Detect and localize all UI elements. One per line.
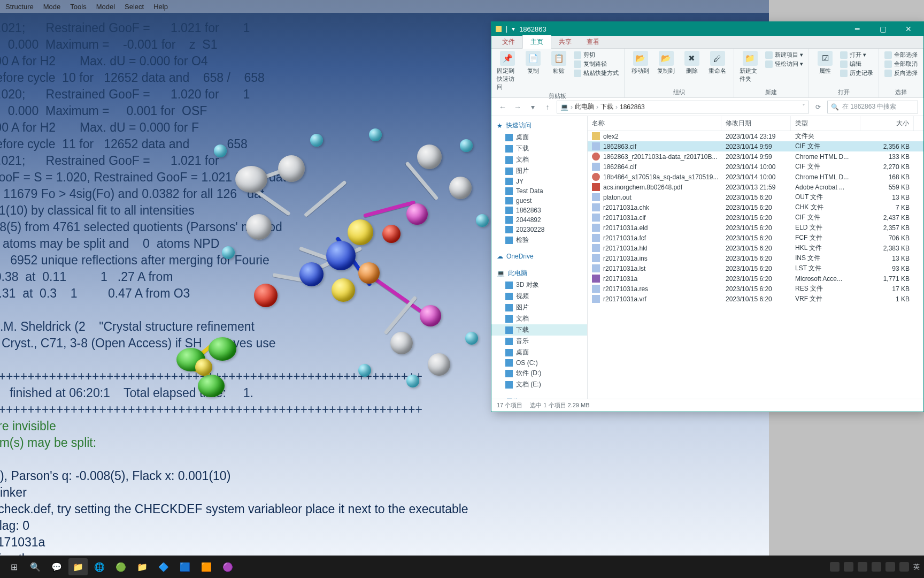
sidebar-item[interactable]: 文档 [491,154,587,165]
sidebar-item[interactable]: 桌面 [491,347,587,358]
menu-select[interactable]: Select [125,3,144,11]
taskbar-app[interactable]: 🟦 [175,558,195,575]
sidebar-item[interactable]: guest [491,196,587,206]
file-list-pane[interactable]: 名称 修改日期 类型 大小 olex22023/10/14 23:19文件夹18… [588,116,923,399]
sidebar-item[interactable]: 桌面 [491,132,587,143]
taskbar-app[interactable]: 💬 [47,558,66,575]
tab-1[interactable]: 主页 [522,35,551,49]
nav-recent-button[interactable]: ▾ [527,103,538,111]
file-row[interactable]: r20171031a.fcf2023/10/15 6:20FCF 文件706 K… [588,233,923,243]
windows-taskbar[interactable]: ⊞🔍💬📁🌐🟢📁🔷🟦🟧🟣 英 [0,556,924,578]
ribbon-mini[interactable]: 粘贴快捷方式 [574,69,619,77]
ribbon-btn[interactable]: 📋粘贴 [548,51,569,75]
column-headers[interactable]: 名称 修改日期 类型 大小 [588,116,923,131]
file-row[interactable]: acs.inorgchem.8b02648.pdf2023/10/13 21:5… [588,182,923,192]
ribbon-btn[interactable]: 📁新建文件夹 [740,51,761,83]
molecule-3d-view[interactable] [139,107,481,385]
file-row[interactable]: platon.out2023/10/15 6:20OUT 文件13 KB [588,192,923,202]
ribbon-mini[interactable]: 全部选择 [884,51,918,59]
qat-dropdown-icon[interactable]: ▾ [512,25,515,33]
thispc-header[interactable]: 💻此电脑 [491,267,587,279]
tab-3[interactable]: 查看 [579,35,607,48]
file-row[interactable]: r20171031a.hkl2023/10/15 6:20HKL 文件2,383… [588,243,923,253]
col-type[interactable]: 类型 [791,116,860,131]
col-size[interactable]: 大小 [860,116,914,131]
sidebar-item[interactable]: 检验 [491,234,587,246]
sidebar-item[interactable]: 文档 (E:) [491,379,587,390]
file-row[interactable]: r20171031a.lst2023/10/15 6:20LST 文件93 KB [588,263,923,273]
nav-back-button[interactable]: ← [497,103,509,111]
menu-model[interactable]: Model [96,3,115,11]
ribbon-mini[interactable]: 打开 ▾ [840,51,873,59]
taskbar-app[interactable]: 🟧 [197,558,216,575]
ribbon-mini[interactable]: 历史记录 [840,69,873,77]
nav-up-button[interactable]: ↑ [542,103,553,111]
file-row[interactable]: r20171031a2023/10/15 6:20Microsoft Acce.… [588,273,923,284]
menu-structure[interactable]: Structure [5,3,34,11]
sidebar-item[interactable]: 文档 [491,313,587,324]
ribbon-btn[interactable]: 📄复制 [522,51,544,75]
sidebar-item[interactable]: JY [491,177,587,186]
onedrive-header[interactable]: ☁OneDrive [491,251,587,262]
search-input[interactable]: 🔍 在 1862863 中搜索 [827,101,918,113]
tray-icon[interactable] [830,562,840,572]
tray-icon[interactable] [872,562,881,572]
ribbon-mini[interactable]: 全部取消 [884,60,918,68]
file-row[interactable]: r20171031a.res2023/10/15 6:20RES 文件17 KB [588,284,923,294]
sidebar-item[interactable]: 下载 [491,324,587,336]
ribbon-mini[interactable]: 反向选择 [884,69,918,77]
ribbon-btn[interactable]: ☑属性 [814,51,836,75]
ribbon-btn[interactable]: ✖删除 [681,51,703,75]
menu-mode[interactable]: Mode [43,3,61,11]
ime-indicator[interactable]: 英 [913,562,920,572]
file-row[interactable]: r20171031a.chk2023/10/15 6:20CHK 文件7 KB [588,202,923,212]
file-row[interactable]: 1862863.cif2023/10/14 9:59CIF 文件2,356 KB [588,141,923,151]
explorer-titlebar[interactable]: | ▾ 1862863 ━ ▢ ✕ [491,22,923,36]
system-tray[interactable]: 英 [830,562,920,572]
ribbon-mini[interactable]: 新建项目 ▾ [765,51,803,59]
file-row[interactable]: r20171031a.cif2023/10/15 6:20CIF 文件2,437… [588,212,923,223]
file-row[interactable]: 18b4864_s170519a_sq-data_s170519...2023/… [588,172,923,182]
file-row[interactable]: 1862864.cif2023/10/14 10:00CIF 文件2,270 K… [588,162,923,172]
taskbar-app[interactable]: 🟣 [218,558,237,575]
breadcrumb[interactable]: 💻›此电脑›下载›1862863˅ [557,101,809,113]
sidebar-item[interactable]: OS (C:) [491,358,587,368]
sidebar-item[interactable]: 视频 [491,291,587,302]
crumb-seg[interactable]: 1862863 [620,103,645,111]
menu-tools[interactable]: Tools [70,3,86,11]
sidebar-item[interactable]: 3D 对象 [491,279,587,291]
tab-0[interactable]: 文件 [495,35,522,48]
menu-help[interactable]: Help [153,3,168,11]
maximize-button[interactable]: ▢ [872,25,894,33]
file-row[interactable]: r20171031a.vrf2023/10/15 6:20VRF 文件1 KB [588,294,923,304]
minimize-button[interactable]: ━ [846,25,868,33]
taskbar-app[interactable]: 🟢 [111,558,130,575]
col-name[interactable]: 名称 [588,116,721,131]
file-row[interactable]: olex22023/10/14 23:19文件夹 [588,131,923,141]
file-explorer-window[interactable]: | ▾ 1862863 ━ ▢ ✕ 文件主页共享查看 📌固定到快速访问📄复制📋粘… [491,21,924,412]
taskbar-app[interactable]: 📁 [68,558,88,575]
sidebar-item[interactable]: 图片 [491,302,587,313]
taskbar-app[interactable]: 🔷 [154,558,173,575]
ribbon-mini[interactable]: 复制路径 [574,60,619,68]
sidebar-item[interactable]: Test Data [491,186,587,196]
sidebar-item[interactable]: 下载 [491,143,587,154]
ribbon-btn[interactable]: 📌固定到快速访问 [497,51,518,91]
ribbon-btn[interactable]: 📂移动到 [630,51,651,75]
sidebar-item[interactable]: 20230228 [491,225,587,234]
nav-forward-button[interactable]: → [512,103,523,111]
ribbon-btn[interactable]: 🖊重命名 [707,51,728,75]
tray-icon[interactable] [858,562,867,572]
ribbon-btn[interactable]: 📂复制到 [656,51,677,75]
ribbon-mini[interactable]: 轻松访问 ▾ [765,60,803,68]
file-row[interactable]: 1862863_r20171031a-data_r201710B...2023/… [588,151,923,162]
file-row[interactable]: r20171031a.ins2023/10/15 6:20INS 文件13 KB [588,253,923,263]
taskbar-app[interactable]: 🌐 [90,558,109,575]
tray-icon[interactable] [899,562,909,572]
crumb-drop-icon[interactable]: ˅ [802,103,805,111]
tray-icon[interactable] [844,562,853,572]
sidebar-item[interactable]: 软件 (D:) [491,368,587,379]
crumb-seg[interactable]: 此电脑 [575,102,594,111]
close-button[interactable]: ✕ [898,25,919,33]
taskbar-app[interactable]: 🔍 [26,558,45,575]
